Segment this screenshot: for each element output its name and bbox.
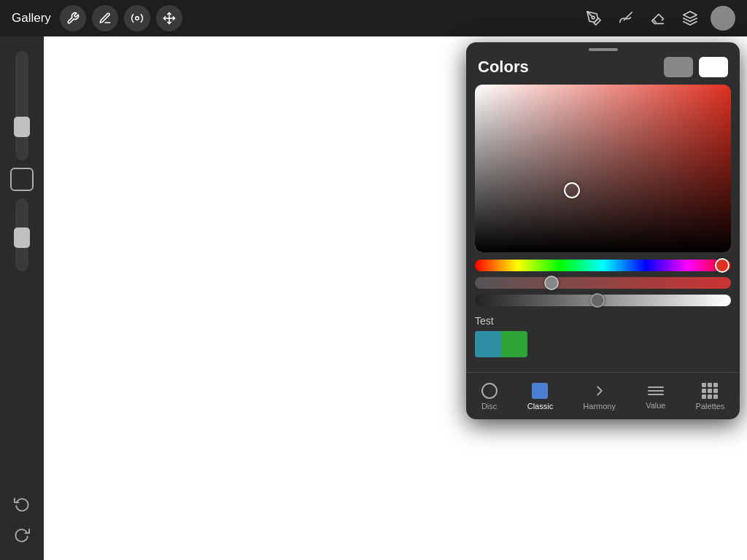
classic-icon — [532, 383, 548, 399]
top-toolbar: Gallery — [0, 0, 747, 36]
harmony-icon — [592, 383, 608, 399]
colors-panel: Colors Test — [466, 42, 740, 419]
teal-swatch[interactable] — [475, 331, 501, 357]
brush-settings-button[interactable] — [92, 5, 118, 31]
saturation-track[interactable] — [475, 277, 731, 289]
avatar[interactable] — [711, 6, 735, 31]
palettes-icon — [702, 383, 718, 399]
smudge-button[interactable] — [124, 5, 150, 31]
tab-classic-label: Classic — [527, 402, 553, 411]
tab-classic[interactable]: Classic — [519, 380, 562, 413]
previous-color-swatch[interactable] — [664, 57, 693, 77]
disc-icon — [481, 383, 498, 399]
color-picker-gradient[interactable] — [475, 85, 731, 252]
eraser-tool-icon[interactable] — [646, 7, 670, 30]
layers-icon[interactable] — [678, 7, 702, 30]
transform-button[interactable] — [156, 5, 182, 31]
colors-tabs: Disc Classic Harmony Value — [466, 372, 740, 419]
value-icon — [648, 384, 664, 398]
colors-header: Colors — [466, 54, 740, 85]
brush-size-thumb[interactable] — [14, 117, 30, 137]
value-thumb[interactable] — [590, 293, 605, 308]
tab-harmony-label: Harmony — [583, 402, 616, 411]
handle-bar — [589, 48, 618, 51]
saturation-slider[interactable] — [475, 277, 731, 289]
test-label: Test — [475, 315, 731, 327]
value-slider[interactable] — [475, 295, 731, 306]
hue-track[interactable] — [475, 260, 731, 271]
tab-palettes[interactable]: Palettes — [687, 380, 734, 413]
tab-disc-label: Disc — [481, 402, 497, 411]
hue-thumb[interactable] — [715, 258, 729, 273]
brush-size-slider[interactable] — [15, 51, 28, 160]
current-color-swatch[interactable] — [699, 57, 728, 77]
pen-tool-icon[interactable] — [582, 7, 605, 30]
wrench-button[interactable] — [60, 5, 86, 31]
opacity-slider[interactable] — [15, 198, 28, 271]
svg-point-0 — [136, 17, 139, 20]
tab-palettes-label: Palettes — [696, 402, 725, 411]
panel-handle[interactable] — [466, 42, 740, 54]
gallery-button[interactable]: Gallery — [12, 11, 51, 26]
test-swatches — [475, 331, 731, 357]
tab-value[interactable]: Value — [637, 381, 674, 413]
shape-tool-button[interactable] — [10, 168, 34, 191]
sidebar-bottom — [11, 493, 33, 545]
green-swatch[interactable] — [501, 331, 527, 357]
left-sidebar — [0, 36, 44, 560]
gradient-background — [475, 85, 731, 252]
opacity-thumb[interactable] — [14, 228, 30, 248]
undo-button[interactable] — [11, 493, 33, 515]
redo-button[interactable] — [11, 524, 33, 545]
saturation-thumb[interactable] — [544, 276, 559, 290]
svg-marker-4 — [684, 12, 697, 18]
hue-slider[interactable] — [475, 260, 731, 271]
tab-harmony[interactable]: Harmony — [574, 380, 624, 413]
toolbar-right — [582, 6, 735, 31]
tab-disc[interactable]: Disc — [473, 380, 506, 413]
svg-point-3 — [592, 16, 595, 19]
tab-value-label: Value — [646, 401, 665, 410]
brush-tool-icon[interactable] — [614, 7, 638, 30]
colors-title: Colors — [478, 58, 529, 77]
value-track[interactable] — [475, 295, 731, 306]
test-section: Test — [475, 315, 731, 357]
